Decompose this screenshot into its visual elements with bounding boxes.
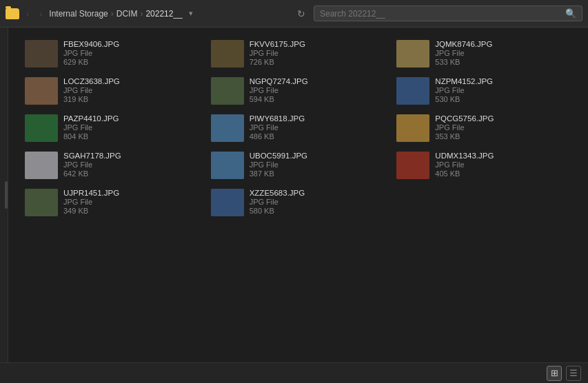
nav-forward-button[interactable]: › (37, 8, 45, 20)
svg-rect-6 (25, 114, 58, 142)
thumb-svg (211, 40, 244, 68)
file-item[interactable]: XZZE5683.JPGJPG File580 KB (205, 185, 392, 220)
thumb-svg (396, 152, 429, 179)
file-size: 629 KB (63, 58, 119, 66)
file-name: PQCG5756.JPG (435, 114, 494, 123)
breadcrumb-sep2: › (140, 9, 143, 19)
file-item[interactable]: JQMK8746.JPGJPG File533 KB (391, 36, 577, 72)
file-info: XZZE5683.JPGJPG File580 KB (250, 189, 305, 215)
file-type: JPG File (63, 123, 119, 132)
file-name: UJPR1451.JPG (63, 189, 119, 197)
file-item[interactable]: PAZP4410.JPGJPG File804 KB (19, 110, 205, 146)
nav-back-button[interactable]: ‹ (23, 8, 32, 20)
breadcrumb-folder1[interactable]: DCIM (116, 9, 138, 19)
thumb-svg (396, 114, 429, 142)
grid-view-button[interactable]: ⊞ (547, 366, 562, 381)
file-info: SGAH7178.JPGJPG File642 KB (63, 152, 121, 178)
file-name: JQMK8746.JPG (435, 40, 492, 48)
file-item[interactable]: UJPR1451.JPGJPG File349 KB (19, 185, 205, 220)
file-name: PIWY6818.JPG (250, 114, 305, 123)
thumb-svg (25, 189, 58, 216)
breadcrumb: Internal Storage › DCIM › 202212__ ▾ (49, 7, 289, 20)
files-grid: FBEX9406.JPGJPG File629 KB FKVV6175.JPGJ… (19, 36, 577, 220)
thumb-svg (211, 152, 244, 179)
file-thumbnail (211, 189, 244, 216)
refresh-button[interactable]: ↻ (293, 7, 310, 21)
file-type: JPG File (250, 198, 305, 206)
file-size: 387 KB (250, 169, 307, 178)
file-name: PAZP4410.JPG (63, 114, 119, 123)
file-thumbnail (211, 77, 244, 105)
file-thumbnail (25, 40, 58, 68)
file-thumbnail (25, 77, 58, 105)
list-view-button[interactable]: ☰ (566, 366, 581, 381)
file-item[interactable]: LOCZ3638.JPGJPG File319 KB (19, 73, 205, 109)
file-thumbnail (211, 152, 244, 179)
file-size: 349 KB (63, 207, 119, 215)
file-size: 726 KB (250, 58, 305, 66)
file-type: JPG File (63, 198, 119, 206)
thumb-svg (211, 114, 244, 142)
file-name: XZZE5683.JPG (250, 189, 305, 197)
breadcrumb-current: 202212__ (145, 9, 182, 19)
file-info: UDMX1343.JPGJPG File405 KB (435, 152, 494, 178)
file-thumbnail (396, 40, 429, 68)
file-item[interactable]: FBEX9406.JPGJPG File629 KB (19, 36, 205, 72)
file-name: UBOC5991.JPG (250, 152, 307, 160)
thumb-svg (25, 77, 58, 105)
svg-rect-8 (396, 114, 429, 142)
breadcrumb-dropdown-button[interactable]: ▾ (185, 7, 196, 20)
svg-rect-2 (396, 40, 429, 68)
file-info: UBOC5991.JPGJPG File387 KB (250, 152, 307, 178)
svg-rect-5 (396, 77, 429, 105)
file-thumbnail (25, 189, 58, 216)
breadcrumb-root[interactable]: Internal Storage (49, 9, 108, 19)
file-name: NZPM4152.JPG (435, 77, 493, 85)
svg-rect-7 (211, 114, 244, 142)
file-size: 319 KB (63, 95, 120, 103)
thumb-svg (25, 114, 58, 142)
search-box: 🔍 (314, 6, 582, 21)
file-type: JPG File (250, 161, 307, 169)
thumb-svg (211, 189, 244, 216)
topbar: ‹ › Internal Storage › DCIM › 202212__ ▾… (0, 0, 588, 28)
file-thumbnail (396, 152, 429, 179)
thumb-svg (396, 40, 429, 68)
file-item[interactable]: NZPM4152.JPGJPG File530 KB (391, 73, 577, 109)
sidebar-resize-handle[interactable] (5, 181, 8, 209)
main-container: FBEX9406.JPGJPG File629 KB FKVV6175.JPGJ… (0, 28, 588, 362)
file-info: FBEX9406.JPGJPG File629 KB (63, 40, 119, 66)
file-type: JPG File (250, 49, 305, 57)
file-item[interactable]: SGAH7178.JPGJPG File642 KB (19, 147, 205, 183)
content-area: FBEX9406.JPGJPG File629 KB FKVV6175.JPGJ… (8, 28, 588, 362)
file-thumbnail (25, 152, 58, 179)
file-item[interactable]: PQCG5756.JPGJPG File353 KB (391, 110, 577, 146)
breadcrumb-sep1: › (111, 9, 114, 19)
file-thumbnail (25, 114, 58, 142)
svg-rect-4 (211, 77, 244, 105)
bottombar: ⊞ ☰ (0, 362, 588, 383)
file-item[interactable]: FKVV6175.JPGJPG File726 KB (205, 36, 392, 72)
thumb-svg (396, 77, 429, 105)
sidebar (0, 28, 8, 362)
file-item[interactable]: UBOC5991.JPGJPG File387 KB (205, 147, 392, 183)
file-info: PAZP4410.JPGJPG File804 KB (63, 114, 119, 141)
file-size: 804 KB (63, 132, 119, 141)
thumb-svg (211, 77, 244, 105)
svg-rect-12 (25, 189, 58, 216)
search-input[interactable] (320, 9, 561, 19)
file-item[interactable]: PIWY6818.JPGJPG File486 KB (205, 110, 392, 146)
file-item[interactable]: NGPQ7274.JPGJPG File594 KB (205, 73, 392, 109)
file-item[interactable]: UDMX1343.JPGJPG File405 KB (391, 147, 577, 183)
svg-rect-3 (25, 77, 58, 105)
file-info: LOCZ3638.JPGJPG File319 KB (63, 77, 120, 103)
svg-rect-11 (396, 152, 429, 179)
file-thumbnail (211, 114, 244, 142)
file-type: JPG File (250, 86, 308, 94)
thumb-svg (25, 152, 58, 179)
file-size: 405 KB (435, 169, 494, 178)
file-size: 353 KB (435, 132, 494, 141)
file-info: FKVV6175.JPGJPG File726 KB (250, 40, 305, 66)
file-name: FBEX9406.JPG (63, 40, 119, 48)
file-size: 530 KB (435, 95, 493, 103)
